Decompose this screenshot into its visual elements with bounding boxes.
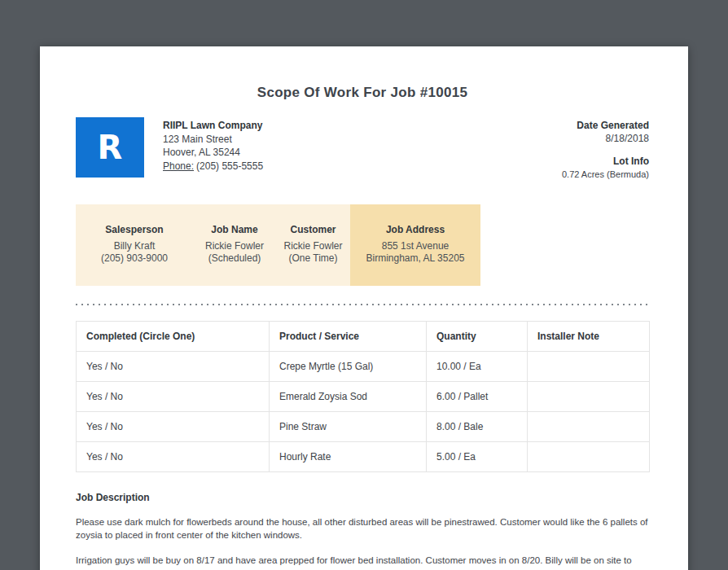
customer-type: (One Time): [276, 252, 350, 265]
company-address-line1: 123 Main Street: [163, 133, 263, 147]
job-description-section: Job Description Please use dark mulch fo…: [76, 492, 649, 570]
summary-col-job-address: Job Address 855 1st Avenue Birmingham, A…: [350, 204, 480, 286]
document-meta: Date Generated 8/18/2018 Lot Info 0.72 A…: [562, 117, 649, 181]
cell-quantity: 10.00 / Ea: [427, 352, 528, 382]
customer-name: Rickie Fowler: [276, 240, 350, 252]
company-logo: R: [76, 117, 144, 178]
cell-product-service: Crepe Myrtle (15 Gal): [270, 352, 427, 382]
cell-quantity: 5.00 / Ea: [427, 442, 528, 472]
table-row: Yes / No Crepe Myrtle (15 Gal) 10.00 / E…: [77, 352, 650, 382]
company-name: RIIPL Lawn Company: [163, 119, 263, 133]
cell-quantity: 6.00 / Pallet: [427, 382, 528, 412]
job-name-status: (Scheduled): [193, 252, 276, 265]
lot-info-label: Lot Info: [562, 155, 649, 168]
table-row: Yes / No Hourly Rate 5.00 / Ea: [77, 442, 650, 472]
scope-of-work-page: Scope Of Work For Job #10015 R RIIPL Law…: [40, 46, 688, 570]
cell-quantity: 8.00 / Bale: [427, 412, 528, 442]
job-address-street: 855 1st Avenue: [350, 240, 480, 252]
phone-number: (205) 555-5555: [196, 160, 263, 172]
cell-product-service: Emerald Zoysia Sod: [270, 382, 427, 412]
summary-col-job-name: Job Name Rickie Fowler (Scheduled): [193, 204, 276, 286]
col-header-completed: Completed (Circle One): [77, 322, 270, 352]
summary-col-customer: Customer Rickie Fowler (One Time): [276, 204, 350, 286]
job-description-paragraph-1: Please use dark mulch for flowerbeds aro…: [76, 516, 649, 542]
job-name-label: Job Name: [193, 224, 276, 235]
salesperson-label: Salesperson: [76, 224, 193, 235]
job-description-paragraph-2: Irrigation guys will be buy on 8/17 and …: [76, 555, 649, 570]
col-header-quantity: Quantity: [427, 322, 528, 352]
dotted-divider: [76, 304, 649, 305]
cell-installer-note: [528, 412, 650, 442]
salesperson-name: Billy Kraft: [76, 240, 193, 252]
work-items-table: Completed (Circle One) Product / Service…: [76, 321, 650, 472]
lot-info-value: 0.72 Acres (Bermuda): [562, 168, 649, 181]
col-header-installer-note: Installer Note: [528, 322, 650, 352]
cell-installer-note: [528, 442, 650, 472]
company-logo-letter: R: [98, 131, 123, 164]
col-header-product-service: Product / Service: [270, 322, 427, 352]
job-address-city: Birmingham, AL 35205: [350, 252, 480, 265]
salesperson-phone: (205) 903-9000: [76, 252, 193, 265]
cell-completed: Yes / No: [77, 382, 270, 412]
cell-completed: Yes / No: [77, 352, 270, 382]
job-description-heading: Job Description: [76, 492, 649, 503]
date-generated-value: 8/18/2018: [562, 132, 649, 145]
cell-product-service: Hourly Rate: [270, 442, 427, 472]
job-name-value: Rickie Fowler: [193, 240, 276, 252]
document-viewer-canvas: Scope Of Work For Job #10015 R RIIPL Law…: [0, 46, 728, 570]
cell-installer-note: [528, 382, 650, 412]
document-header: R RIIPL Lawn Company 123 Main Street Hoo…: [76, 117, 649, 181]
company-address-line2: Hoover, AL 35244: [163, 146, 263, 160]
table-row: Yes / No Emerald Zoysia Sod 6.00 / Palle…: [77, 382, 650, 412]
cell-completed: Yes / No: [77, 442, 270, 472]
table-row: Yes / No Pine Straw 8.00 / Bale: [77, 412, 650, 442]
page-title: Scope Of Work For Job #10015: [76, 86, 649, 99]
company-phone-line: Phone:(205) 555-5555: [163, 160, 263, 173]
table-header-row: Completed (Circle One) Product / Service…: [77, 322, 650, 352]
summary-col-salesperson: Salesperson Billy Kraft (205) 903-9000: [76, 204, 193, 286]
cell-installer-note: [528, 352, 650, 382]
cell-product-service: Pine Straw: [270, 412, 427, 442]
job-summary-bar: Salesperson Billy Kraft (205) 903-9000 J…: [76, 204, 480, 286]
phone-label: Phone:: [163, 160, 194, 172]
date-generated-label: Date Generated: [562, 119, 649, 132]
cell-completed: Yes / No: [77, 412, 270, 442]
customer-label: Customer: [276, 224, 350, 235]
job-address-label: Job Address: [350, 224, 480, 235]
company-info: RIIPL Lawn Company 123 Main Street Hoove…: [163, 117, 263, 181]
